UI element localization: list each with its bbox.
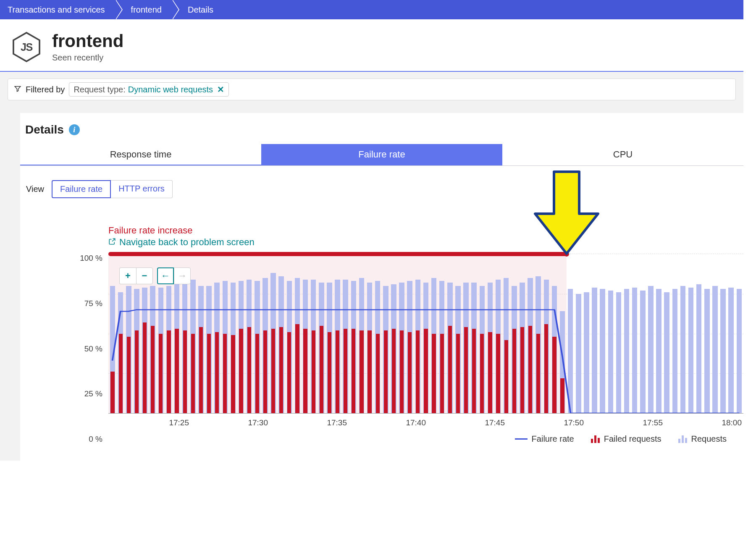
bar-column [262,254,268,413]
view-toggle: Failure rate HTTP errors [52,180,173,198]
bar-column [446,254,453,413]
bar-column [615,254,622,413]
bar-column [519,254,525,413]
bar-column [278,254,285,413]
bar-column [222,254,228,413]
filter-chip[interactable]: Request type: Dynamic web requests ✕ [69,82,229,97]
bar-column [318,254,325,413]
bar-column [479,254,486,413]
section-title: Details [25,123,64,136]
legend-failed-requests: Failed requests [591,434,662,444]
detail-tabs: Response time Failure rate CPU [20,144,743,166]
details-panel: Details i Response time Failure rate CPU… [20,113,743,461]
bar-column [567,254,574,413]
bar-column [599,254,606,413]
pan-right-button[interactable]: → [174,267,191,284]
legend-failure-rate: Failure rate [515,434,574,444]
tab-cpu[interactable]: CPU [502,144,743,165]
bar-column [591,254,598,413]
bar-column [711,254,718,413]
bar-column [495,254,501,413]
filter-icon [14,85,21,94]
chart-annotation-title: Failure rate increase [108,225,743,236]
chart-legend: Failure rate Failed requests Requests [66,434,727,444]
attention-arrow-icon [533,168,600,256]
bar-column [559,254,566,413]
bar-column [463,254,470,413]
legend-requests: Requests [678,434,727,444]
bar-column [503,254,509,413]
bar-column [551,254,558,413]
bar-column [438,254,445,413]
bar-column [647,254,654,413]
bar-column [399,254,405,413]
bar-column [623,254,630,413]
filter-bar: Filtered by Request type: Dynamic web re… [8,79,736,100]
filter-label: Filtered by [26,85,65,94]
bar-column [583,254,590,413]
bar-column [511,254,517,413]
bar-column [382,254,389,413]
bar-column [334,254,341,413]
bar-column [704,254,710,413]
bar-column [238,254,244,413]
zoom-out-button[interactable]: − [136,267,153,284]
bar-column [430,254,437,413]
bar-column [294,254,301,413]
bar-column [471,254,478,413]
pan-left-button[interactable]: ← [157,267,174,284]
bar-column [358,254,365,413]
tab-response-time[interactable]: Response time [20,144,261,165]
bar-column [326,254,333,413]
bar-column [286,254,293,413]
bar-column [310,254,317,413]
chart-x-axis: 17:25 17:30 17:35 17:40 17:45 17:50 17:5… [108,418,743,427]
bar-column [415,254,421,413]
info-icon[interactable]: i [69,124,80,135]
view-option-http-errors[interactable]: HTTP errors [111,180,173,198]
bar-column [728,254,735,413]
bar-column [696,254,702,413]
zoom-in-button[interactable]: + [119,267,136,284]
bar-column [423,254,429,413]
chart-y-axis: 100 % 75 % 50 % 25 % 0 % [66,254,107,444]
bar-column [575,254,582,413]
zoom-controls: + − ← → [119,267,191,284]
nodejs-icon: JS [11,31,42,63]
filter-chip-remove-icon[interactable]: ✕ [215,84,224,94]
bar-column [454,254,461,413]
bar-column [342,254,349,413]
tab-failure-rate[interactable]: Failure rate [261,144,502,165]
bar-column [487,254,494,413]
breadcrumb-item-transactions[interactable]: Transactions and services [0,0,117,19]
chart-plot[interactable]: + − ← → [108,254,743,413]
svg-text:JS: JS [21,41,33,52]
chart-bars [108,254,743,413]
external-link-icon [108,238,116,247]
bar-column [197,254,204,413]
bar-column [374,254,381,413]
bar-column [720,254,727,413]
page-title: frontend [52,31,123,51]
nav-back-link[interactable]: Navigate back to problem screen [108,237,743,248]
bar-column [688,254,694,413]
page-header: JS frontend Seen recently [0,19,743,72]
bar-column [230,254,236,413]
bar-column [527,254,534,413]
bar-column [656,254,662,413]
bar-column [390,254,397,413]
bar-column [214,254,220,413]
bar-column [407,254,413,413]
bar-column [206,254,213,413]
bar-column [664,254,670,413]
breadcrumb-item-frontend[interactable]: frontend [117,0,173,19]
bar-column [254,254,260,413]
bar-column [350,254,357,413]
chart-area: Failure rate increase Navigate back to p… [66,225,743,444]
view-option-failure-rate[interactable]: Failure rate [52,180,111,198]
breadcrumb-item-details[interactable]: Details [173,0,225,19]
bar-column [607,254,614,413]
bar-column [535,254,542,413]
breadcrumb: Transactions and services frontend Detai… [0,0,743,19]
bar-column [639,254,646,413]
